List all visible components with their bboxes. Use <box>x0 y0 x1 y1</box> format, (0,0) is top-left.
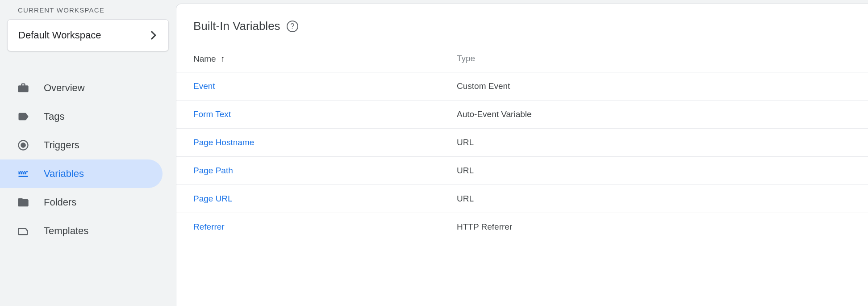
nav-label: Templates <box>44 225 88 237</box>
variable-name-link[interactable]: Event <box>193 81 457 91</box>
table-header-row: Name ↑ Type <box>176 48 868 72</box>
template-icon <box>17 225 29 237</box>
table-row[interactable]: Page URL URL <box>176 185 868 213</box>
brick-icon <box>17 168 29 180</box>
variable-type: Auto-Event Variable <box>457 109 868 119</box>
tag-icon <box>17 110 29 123</box>
sidebar-item-overview[interactable]: Overview <box>0 74 163 102</box>
help-icon[interactable]: ? <box>287 21 298 32</box>
nav-label: Folders <box>44 197 76 208</box>
sidebar: CURRENT WORKSPACE Default Workspace Over… <box>0 0 176 306</box>
variable-name-link[interactable]: Form Text <box>193 109 457 119</box>
variable-name-link[interactable]: Page URL <box>193 194 457 204</box>
variable-name-link[interactable]: Page Path <box>193 166 457 176</box>
column-header-name[interactable]: Name <box>193 54 216 64</box>
sidebar-item-triggers[interactable]: Triggers <box>0 131 163 159</box>
table-row[interactable]: Referrer HTTP Referrer <box>176 213 868 241</box>
table-row[interactable]: Page Hostname URL <box>176 129 868 157</box>
variable-type: URL <box>457 138 868 147</box>
variable-type: Custom Event <box>457 81 868 91</box>
nav-label: Overview <box>44 82 85 94</box>
sidebar-item-variables[interactable]: Variables <box>0 159 163 188</box>
table-row[interactable]: Form Text Auto-Event Variable <box>176 101 868 129</box>
nav-label: Tags <box>44 111 64 122</box>
panel-title: Built-In Variables <box>193 19 280 33</box>
workspace-selector[interactable]: Default Workspace <box>7 19 169 51</box>
table-row[interactable]: Event Custom Event <box>176 72 868 101</box>
variable-type: URL <box>457 166 868 176</box>
workspace-name: Default Workspace <box>18 29 101 41</box>
folder-icon <box>17 196 29 209</box>
nav-label: Triggers <box>44 139 79 151</box>
chevron-right-icon <box>147 31 156 40</box>
target-icon <box>17 139 29 151</box>
sidebar-nav: Overview Tags Triggers Variables Folders <box>0 74 176 245</box>
variable-type: HTTP Referrer <box>457 222 868 232</box>
main-content: Built-In Variables ? Name ↑ Type Event C… <box>176 4 868 306</box>
sidebar-item-folders[interactable]: Folders <box>0 188 163 217</box>
variable-name-link[interactable]: Referrer <box>193 222 457 232</box>
table-row[interactable]: Page Path URL <box>176 157 868 185</box>
column-header-type[interactable]: Type <box>457 54 475 63</box>
variable-name-link[interactable]: Page Hostname <box>193 138 457 147</box>
panel-header: Built-In Variables ? <box>176 19 868 33</box>
variable-type: URL <box>457 194 868 204</box>
sort-ascending-icon: ↑ <box>221 54 225 64</box>
sidebar-item-templates[interactable]: Templates <box>0 217 163 245</box>
sidebar-item-tags[interactable]: Tags <box>0 102 163 131</box>
briefcase-icon <box>17 82 29 94</box>
workspace-section-label: CURRENT WORKSPACE <box>0 6 176 14</box>
nav-label: Variables <box>44 168 84 180</box>
